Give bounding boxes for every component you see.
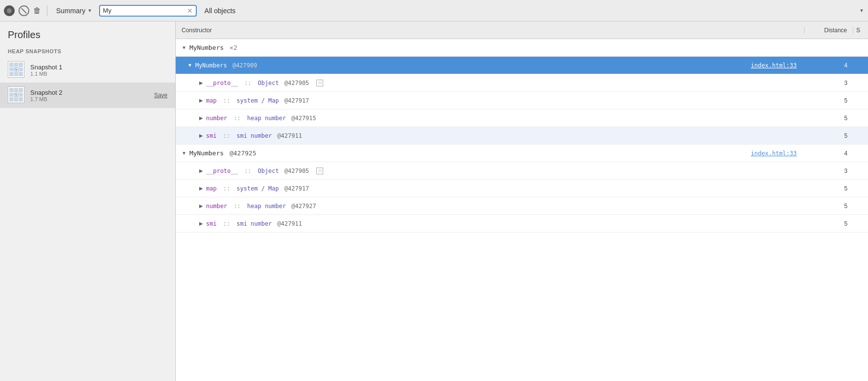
sep-number-427927: :: <box>230 203 244 210</box>
main-layout: Profiles HEAP SNAPSHOTS % Snapshot 1 1.1… <box>0 21 868 381</box>
sidebar-title: Profiles <box>0 21 175 44</box>
constructor-proto-427905-1: __proto__ <box>206 80 238 86</box>
data-row-mynumbers-427909[interactable]: ▼ MyNumbers @427909 index.html:33 4 <box>176 57 868 74</box>
type-map-427917-1: system / Map <box>237 97 279 104</box>
retainer-icon-proto-427905-1: □ <box>316 80 323 86</box>
expand-icon-map-427917-2: ▶ <box>199 186 203 191</box>
constructor-number-427915: number <box>206 115 227 122</box>
id-mynumbers-427909: @427909 <box>229 62 257 69</box>
summary-label: Summary <box>56 7 85 15</box>
row-constructor-smi-427911-2: ▶ smi :: smi number @427911 <box>176 220 805 227</box>
search-clear-button[interactable]: ✕ <box>187 7 193 15</box>
group-constructor-2: ▼ MyNumbers @427925 index.html:33 <box>176 149 805 157</box>
row-constructor-smi-427911-1: ▶ smi :: smi number @427911 <box>176 132 805 139</box>
id-map-427917-1: @427917 <box>281 97 309 104</box>
type-number-427915: heap number <box>247 115 286 122</box>
snapshot-save-button[interactable]: Save <box>154 92 167 99</box>
id-proto-427905-2: @427905 <box>281 168 312 174</box>
svg-point-0 <box>7 8 12 13</box>
group-row-2[interactable]: ▼ MyNumbers @427925 index.html:33 4 <box>176 145 868 162</box>
data-row-map-427917-1[interactable]: ▶ map :: system / Map @427917 5 <box>176 92 868 109</box>
group-distance-2: 4 <box>805 150 853 157</box>
toolbar-right-arrow: ▼ <box>859 8 864 13</box>
distance-map-427917-2: 5 <box>805 185 853 192</box>
snapshot-icon-1: % <box>8 61 25 79</box>
link-mynumbers-427909[interactable]: index.html:33 <box>751 62 797 69</box>
all-objects-dropdown[interactable]: All objects <box>205 7 236 15</box>
constructor-map-427917-1: map <box>206 97 217 104</box>
distance-map-427917-1: 5 <box>805 97 853 104</box>
expand-icon-map-427917-1: ▶ <box>199 98 203 103</box>
expand-icon-smi-427911-1: ▶ <box>199 133 203 138</box>
group-label-2: MyNumbers <box>189 149 224 157</box>
id-proto-427905-1: @427905 <box>281 80 312 86</box>
row-constructor-mynumbers-427909: ▼ MyNumbers @427909 index.html:33 <box>176 62 805 69</box>
constructor-smi-427911-1: smi <box>206 132 217 139</box>
all-objects-label: All objects <box>205 7 236 15</box>
constructor-proto-427905-2: __proto__ <box>206 168 238 174</box>
summary-dropdown[interactable]: Summary ▼ <box>53 5 95 17</box>
type-map-427917-2: system / Map <box>237 185 279 192</box>
data-row-number-427927[interactable]: ▶ number :: heap number @427927 5 <box>176 197 868 215</box>
constructor-map-427917-2: map <box>206 185 217 192</box>
distance-proto-427905-1: 3 <box>805 80 853 86</box>
id-number-427927: @427927 <box>288 203 316 210</box>
id-number-427915: @427915 <box>288 115 316 122</box>
search-input[interactable] <box>103 7 187 14</box>
data-row-map-427917-2[interactable]: ▶ map :: system / Map @427917 5 <box>176 180 868 197</box>
group-constructor-1: ▼ MyNumbers ×2 <box>176 44 805 51</box>
snapshot-info-2: Snapshot 2 1.7 MB <box>30 89 149 102</box>
type-smi-427911-1: smi number <box>237 132 272 139</box>
group-expand-icon-2: ▼ <box>182 150 186 156</box>
expand-icon-number-427927: ▶ <box>199 203 203 209</box>
snapshot-item-2[interactable]: % Snapshot 2 1.7 MB Save <box>0 83 175 108</box>
distance-smi-427911-2: 5 <box>805 220 853 227</box>
sep-map-427917-1: :: <box>220 97 234 104</box>
search-box: ✕ <box>99 5 197 17</box>
expand-icon-mynumbers-427909: ▼ <box>187 63 192 68</box>
row-constructor-map-427917-2: ▶ map :: system / Map @427917 <box>176 185 805 192</box>
col-constructor-header: Constructor <box>176 27 805 34</box>
record-button[interactable] <box>4 5 15 16</box>
sep-proto-427905-1: :: <box>241 80 255 86</box>
toolbar-center: Summary ▼ ✕ All objects <box>53 5 859 17</box>
snapshot-info-1: Snapshot 1 1.1 MB <box>30 64 167 77</box>
group-row-1[interactable]: ▼ MyNumbers ×2 <box>176 39 868 57</box>
sep-map-427917-2: :: <box>220 185 234 192</box>
group-count-1: ×2 <box>229 44 237 51</box>
distance-proto-427905-2: 3 <box>805 168 853 174</box>
col-distance-header: Distance <box>805 27 853 34</box>
row-constructor-number-427927: ▶ number :: heap number @427927 <box>176 203 805 210</box>
constructor-name-mynumbers-427909: MyNumbers <box>195 62 227 69</box>
data-row-number-427915[interactable]: ▶ number :: heap number @427915 5 <box>176 109 868 127</box>
row-constructor-number-427915: ▶ number :: heap number @427915 <box>176 115 805 122</box>
retainer-icon-proto-427905-2: □ <box>316 168 323 174</box>
content-area: Constructor Distance S ▼ MyNumbers ×2 ▼ <box>176 21 868 381</box>
row-constructor-proto-427905-2: ▶ __proto__ :: Object @427905 □ <box>176 168 805 174</box>
sidebar-section-header: HEAP SNAPSHOTS <box>0 44 175 57</box>
row-constructor-map-427917-1: ▶ map :: system / Map @427917 <box>176 97 805 104</box>
snapshot-icon-2: % <box>8 86 25 104</box>
expand-icon-smi-427911-2: ▶ <box>199 221 203 226</box>
id-smi-427911-2: @427911 <box>274 220 302 227</box>
data-row-smi-427911-2[interactable]: ▶ smi :: smi number @427911 5 <box>176 215 868 233</box>
row-constructor-proto-427905-1: ▶ __proto__ :: Object @427905 □ <box>176 80 805 86</box>
toolbar: 🗑 Summary ▼ ✕ All objects ▼ <box>0 0 868 21</box>
sep-smi-427911-2: :: <box>220 220 234 227</box>
sidebar: Profiles HEAP SNAPSHOTS % Snapshot 1 1.1… <box>0 21 176 381</box>
data-row-smi-427911-1[interactable]: ▶ smi :: smi number @427911 5 <box>176 127 868 145</box>
group-label-1: MyNumbers <box>189 44 224 51</box>
group-link-2[interactable]: index.html:33 <box>751 150 797 157</box>
table-body: ▼ MyNumbers ×2 ▼ MyNumbers @427909 index… <box>176 39 868 381</box>
distance-number-427915: 5 <box>805 115 853 122</box>
data-row-proto-427905-2[interactable]: ▶ __proto__ :: Object @427905 □ 3 <box>176 162 868 180</box>
group-expand-icon-1: ▼ <box>182 45 186 50</box>
data-row-proto-427905-1[interactable]: ▶ __proto__ :: Object @427905 □ 3 <box>176 74 868 92</box>
sep-smi-427911-1: :: <box>220 132 234 139</box>
table-header: Constructor Distance S <box>176 21 868 39</box>
expand-icon-number-427915: ▶ <box>199 115 203 121</box>
summary-arrow: ▼ <box>87 8 92 13</box>
clear-button[interactable]: 🗑 <box>33 6 41 15</box>
stop-button[interactable] <box>19 5 29 16</box>
snapshot-item-1[interactable]: % Snapshot 1 1.1 MB <box>0 57 175 83</box>
